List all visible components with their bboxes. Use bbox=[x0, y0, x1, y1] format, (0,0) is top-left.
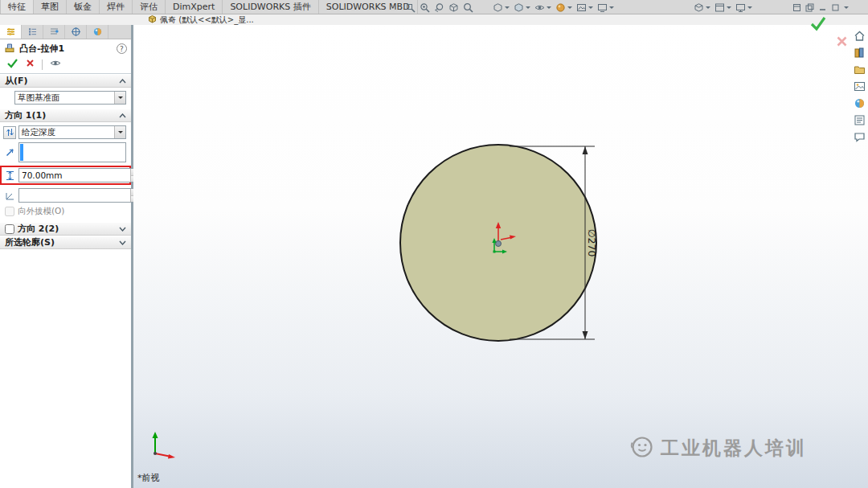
section-from-header[interactable]: 从(F) bbox=[0, 74, 131, 88]
graphics-viewport[interactable]: ∅270 bbox=[133, 25, 868, 488]
custom-properties-icon[interactable] bbox=[853, 113, 866, 127]
direction2-checkbox[interactable] bbox=[5, 224, 14, 234]
section-contours-label: 所选轮廓(S) bbox=[5, 236, 55, 248]
edit-appearance-icon[interactable] bbox=[555, 2, 573, 13]
hide-show-items-icon[interactable] bbox=[534, 2, 552, 13]
solidworks-resources-icon[interactable] bbox=[853, 29, 866, 43]
boss-extrude-icon bbox=[4, 42, 15, 55]
draft-input[interactable] bbox=[19, 189, 130, 202]
maximize-icon[interactable] bbox=[830, 3, 841, 12]
tab-solidworks-addins[interactable]: SOLIDWORKS 插件 bbox=[223, 0, 318, 14]
tab-features[interactable]: 特征 bbox=[0, 0, 34, 14]
manager-tab-strip bbox=[0, 25, 131, 39]
appearances-tab[interactable] bbox=[87, 25, 108, 39]
draft-angle-icon bbox=[3, 189, 16, 202]
pane-controls-group bbox=[792, 2, 850, 13]
chevron-down-icon bbox=[119, 227, 126, 232]
tab-weldments[interactable]: 焊件 bbox=[100, 0, 133, 14]
part-icon bbox=[148, 14, 157, 25]
section-direction1-header[interactable]: 方向 1(1) bbox=[0, 109, 131, 122]
direction-reference-box[interactable] bbox=[18, 142, 126, 162]
depth-highlight-box bbox=[0, 166, 131, 185]
draft-outward-checkbox bbox=[5, 207, 14, 216]
section-direction2-label: 方向 2(2) bbox=[18, 223, 59, 235]
ok-button[interactable] bbox=[6, 58, 18, 71]
view-settings-icon[interactable] bbox=[596, 2, 615, 13]
pane-expand-icon[interactable] bbox=[792, 3, 802, 12]
end-condition-value: 给定深度 bbox=[22, 127, 55, 138]
zoom-fit-icon[interactable] bbox=[404, 2, 416, 13]
pane-float-icon[interactable] bbox=[805, 3, 815, 12]
breadcrumb-text: 佩奇 (默认<<默认>_显... bbox=[160, 14, 254, 26]
view-tools-group bbox=[404, 2, 474, 13]
reverse-direction-button[interactable] bbox=[3, 126, 16, 139]
end-condition-select[interactable]: 给定深度 bbox=[18, 125, 126, 139]
start-condition-select[interactable]: 草图基准面 bbox=[14, 91, 126, 105]
display-manager-tab[interactable] bbox=[65, 25, 87, 39]
display-style-icon[interactable] bbox=[513, 2, 531, 13]
feature-title: 凸台-拉伸1 bbox=[19, 43, 64, 55]
depth-icon bbox=[3, 169, 16, 182]
dropdown-arrow-icon bbox=[114, 126, 125, 138]
section-contours-header[interactable]: 所选轮廓(S) bbox=[0, 236, 131, 249]
feature-title-row: 凸台-拉伸1 ? bbox=[0, 39, 131, 57]
depth-spinner bbox=[18, 168, 141, 182]
section-from-label: 从(F) bbox=[5, 75, 28, 87]
help-icon[interactable]: ? bbox=[117, 43, 127, 54]
tab-evaluate[interactable]: 评估 bbox=[133, 0, 166, 14]
view-orientation-label: *前视 bbox=[137, 472, 160, 484]
tab-sheet-metal[interactable]: 钣金 bbox=[67, 0, 100, 14]
window-icon[interactable] bbox=[714, 2, 732, 13]
section-view-icon[interactable] bbox=[448, 2, 460, 13]
previous-view-icon[interactable] bbox=[433, 2, 445, 13]
property-manager-tab[interactable] bbox=[0, 25, 22, 39]
breadcrumb-bar: 佩奇 (默认<<默认>_显... bbox=[0, 14, 868, 25]
section-direction1-label: 方向 1(1) bbox=[5, 109, 46, 121]
chevron-up-icon bbox=[119, 113, 126, 118]
display-tools-group bbox=[492, 2, 615, 13]
ok-cancel-row bbox=[0, 57, 131, 74]
section-direction2-header[interactable]: 方向 2(2) bbox=[0, 222, 131, 236]
separator bbox=[42, 59, 43, 70]
task-pane-rail bbox=[853, 29, 866, 144]
view-palette-icon[interactable] bbox=[853, 80, 866, 93]
zoom-area-icon[interactable] bbox=[419, 2, 431, 13]
cube-icon[interactable] bbox=[693, 2, 711, 13]
apply-scene-icon[interactable] bbox=[575, 2, 594, 13]
watermark-logo bbox=[629, 435, 653, 461]
reference-triad bbox=[153, 432, 176, 459]
watermark-text: 工业机器人培训 bbox=[661, 436, 807, 461]
cancel-x-icon[interactable] bbox=[836, 35, 848, 50]
dimxpert-manager-tab[interactable] bbox=[43, 25, 65, 39]
chevron-down-icon bbox=[119, 240, 126, 245]
design-library-icon[interactable] bbox=[853, 46, 866, 59]
chevron-up-icon bbox=[119, 79, 126, 84]
file-explorer-icon[interactable] bbox=[853, 63, 866, 76]
overflow-icon[interactable] bbox=[843, 6, 850, 9]
dropdown-arrow-icon bbox=[114, 92, 125, 104]
tab-sketch[interactable]: 草图 bbox=[34, 0, 67, 14]
section-direction1-body: 给定深度 bbox=[0, 122, 131, 222]
appearances-icon[interactable] bbox=[853, 96, 866, 110]
confirmation-check-icon[interactable] bbox=[809, 14, 828, 35]
watermark: 工业机器人培训 bbox=[629, 435, 807, 461]
tab-dimxpert[interactable]: DimXpert bbox=[166, 0, 223, 14]
depth-input[interactable] bbox=[19, 169, 130, 182]
view-orientation-icon[interactable] bbox=[492, 2, 510, 13]
property-manager-panel: 凸台-拉伸1 ? 从(F) 草图基准面 方向 1(1) bbox=[0, 25, 133, 488]
forum-icon[interactable] bbox=[853, 130, 866, 144]
cancel-button[interactable] bbox=[26, 59, 35, 70]
draft-outward-label: 向外拔模(O) bbox=[18, 206, 64, 217]
direction-arrow-icon bbox=[3, 146, 16, 159]
minimize-icon[interactable] bbox=[817, 3, 828, 12]
draft-outward-row: 向外拔模(O) bbox=[5, 206, 126, 217]
configuration-manager-tab[interactable] bbox=[22, 25, 43, 39]
scene-canvas: ∅270 bbox=[133, 25, 868, 488]
command-manager-tabs: 特征 草图 钣金 焊件 评估 DimXpert SOLIDWORKS 插件 SO… bbox=[0, 0, 868, 14]
magnifying-glass-icon[interactable] bbox=[462, 2, 474, 13]
monitor-icon[interactable] bbox=[735, 2, 753, 13]
preview-eye-button[interactable] bbox=[50, 59, 61, 70]
breadcrumb[interactable]: 佩奇 (默认<<默认>_显... bbox=[148, 14, 254, 25]
selection-cursor bbox=[20, 144, 23, 161]
tab-solidworks-mbd[interactable]: SOLIDWORKS MBD bbox=[319, 0, 418, 14]
